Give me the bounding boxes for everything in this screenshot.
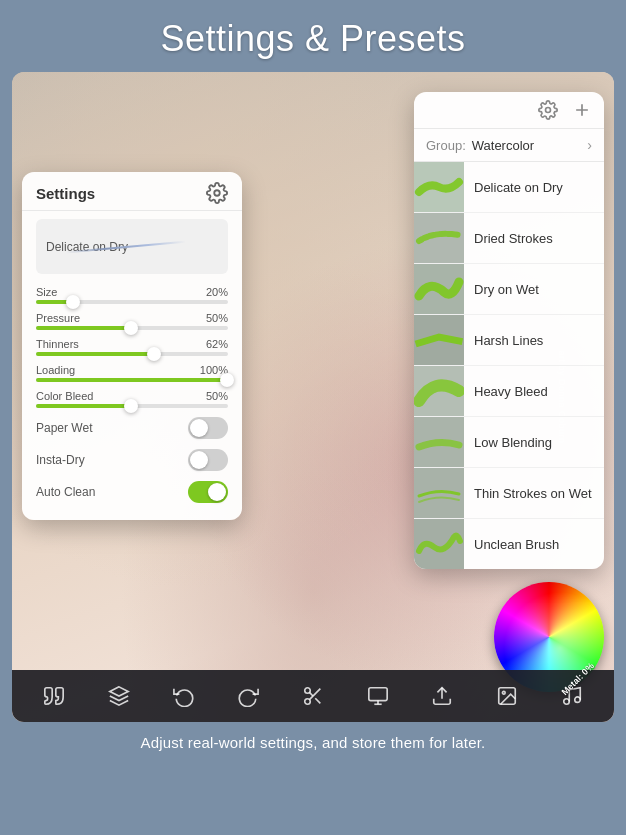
canvas-area: art by Donna Coburn Metal: 0% Settings D… (12, 72, 614, 722)
preset-item-delicate-on-dry[interactable]: Delicate on Dry (414, 162, 604, 213)
bottom-caption: Adjust real-world settings, and store th… (0, 722, 626, 763)
toolbar-brush-icon[interactable] (36, 678, 72, 714)
preset-item-dry-on-wet[interactable]: Dry on Wet (414, 264, 604, 315)
group-row[interactable]: Group: Watercolor › (414, 129, 604, 162)
preset-item-dried-strokes[interactable]: Dried Strokes (414, 213, 604, 264)
svg-point-17 (574, 697, 580, 703)
gear-icon-presets[interactable] (538, 100, 558, 120)
toggle-auto-clean[interactable]: Auto Clean (22, 476, 242, 508)
toggle-insta-dry[interactable]: Insta-Dry (22, 444, 242, 476)
add-icon[interactable] (572, 100, 592, 120)
svg-point-6 (305, 699, 311, 705)
group-label: Group: (426, 138, 466, 153)
slider-pressure-value: 50% (206, 312, 228, 324)
slider-loading[interactable]: Loading 100% (22, 360, 242, 386)
toolbar-stack-icon[interactable] (360, 678, 396, 714)
svg-point-1 (546, 108, 551, 113)
toggle-paper-wet[interactable]: Paper Wet (22, 412, 242, 444)
preset-item-heavy-bleed[interactable]: Heavy Bleed (414, 366, 604, 417)
presets-panel: Group: Watercolor › Delicate on Dry Drie… (414, 92, 604, 569)
slider-size[interactable]: Size 20% (22, 282, 242, 308)
slider-thinners-value: 62% (206, 338, 228, 350)
preset-item-thin-strokes-on-wet[interactable]: Thin Strokes on Wet (414, 468, 604, 519)
settings-panel: Settings Delicate on Dry Size 20% Pressu… (22, 172, 242, 520)
svg-point-0 (214, 190, 220, 196)
preset-name-harsh-lines: Harsh Lines (464, 333, 604, 348)
slider-thinners-label: Thinners (36, 338, 79, 350)
preset-name-dried-strokes: Dried Strokes (464, 231, 604, 246)
toolbar-undo-icon[interactable] (166, 678, 202, 714)
toggle-paper-wet-label: Paper Wet (36, 421, 92, 435)
svg-point-16 (563, 699, 569, 705)
page-title: Settings & Presets (0, 0, 626, 72)
bottom-toolbar (12, 670, 614, 722)
preset-name-low-blending: Low Blending (464, 435, 604, 450)
toggle-insta-dry-switch[interactable] (188, 449, 228, 471)
preset-name-dry-on-wet: Dry on Wet (464, 282, 604, 297)
toggle-auto-clean-switch[interactable] (188, 481, 228, 503)
svg-point-5 (305, 688, 311, 694)
preset-item-harsh-lines[interactable]: Harsh Lines (414, 315, 604, 366)
preset-name-thin-strokes-on-wet: Thin Strokes on Wet (464, 486, 604, 501)
svg-point-15 (502, 691, 505, 694)
toggle-auto-clean-label: Auto Clean (36, 485, 95, 499)
slider-pressure[interactable]: Pressure 50% (22, 308, 242, 334)
slider-color-bleed-label: Color Bleed (36, 390, 93, 402)
slider-size-value: 20% (206, 286, 228, 298)
toolbar-share-icon[interactable] (424, 678, 460, 714)
slider-thinners[interactable]: Thinners 62% (22, 334, 242, 360)
svg-line-9 (309, 692, 313, 696)
preset-name-heavy-bleed: Heavy Bleed (464, 384, 604, 399)
slider-loading-label: Loading (36, 364, 75, 376)
svg-line-8 (315, 698, 320, 703)
svg-rect-10 (368, 688, 386, 701)
toolbar-layers-icon[interactable] (101, 678, 137, 714)
chevron-right-icon: › (587, 137, 592, 153)
toggle-paper-wet-switch[interactable] (188, 417, 228, 439)
preset-item-low-blending[interactable]: Low Blending (414, 417, 604, 468)
settings-header: Settings (22, 172, 242, 211)
presets-header (414, 92, 604, 129)
slider-color-bleed-value: 50% (206, 390, 228, 402)
slider-pressure-label: Pressure (36, 312, 80, 324)
gear-icon[interactable] (206, 182, 228, 204)
preset-name-unclean-brush: Unclean Brush (464, 537, 604, 552)
toolbar-scissors-icon[interactable] (295, 678, 331, 714)
slider-size-label: Size (36, 286, 57, 298)
toggle-insta-dry-label: Insta-Dry (36, 453, 85, 467)
toolbar-redo-icon[interactable] (230, 678, 266, 714)
brush-preview-area: Delicate on Dry (36, 219, 228, 274)
group-value: Watercolor (472, 138, 588, 153)
slider-color-bleed[interactable]: Color Bleed 50% (22, 386, 242, 412)
settings-title: Settings (36, 185, 95, 202)
preset-name-delicate-on-dry: Delicate on Dry (464, 180, 604, 195)
svg-marker-4 (110, 687, 128, 696)
preset-item-unclean-brush[interactable]: Unclean Brush (414, 519, 604, 569)
toolbar-gallery-icon[interactable] (489, 678, 525, 714)
